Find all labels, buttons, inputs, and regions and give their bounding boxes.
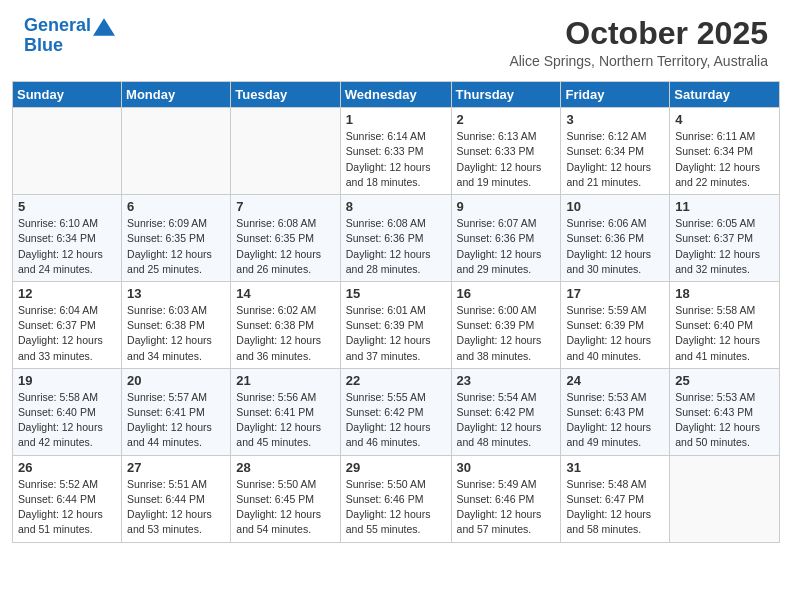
day-number: 12 [18, 286, 116, 301]
day-info: Sunrise: 6:08 AM Sunset: 6:35 PM Dayligh… [236, 216, 334, 277]
day-info: Sunrise: 5:58 AM Sunset: 6:40 PM Dayligh… [675, 303, 774, 364]
col-header-wednesday: Wednesday [340, 82, 451, 108]
calendar-cell: 27Sunrise: 5:51 AM Sunset: 6:44 PM Dayli… [122, 455, 231, 542]
calendar-cell: 22Sunrise: 5:55 AM Sunset: 6:42 PM Dayli… [340, 368, 451, 455]
day-number: 5 [18, 199, 116, 214]
day-info: Sunrise: 6:00 AM Sunset: 6:39 PM Dayligh… [457, 303, 556, 364]
day-number: 2 [457, 112, 556, 127]
calendar-cell: 18Sunrise: 5:58 AM Sunset: 6:40 PM Dayli… [670, 281, 780, 368]
calendar-cell [670, 455, 780, 542]
calendar-week-5: 26Sunrise: 5:52 AM Sunset: 6:44 PM Dayli… [13, 455, 780, 542]
day-info: Sunrise: 6:13 AM Sunset: 6:33 PM Dayligh… [457, 129, 556, 190]
header: General Blue October 2025 Alice Springs,… [0, 0, 792, 73]
svg-marker-0 [93, 18, 115, 36]
day-info: Sunrise: 5:52 AM Sunset: 6:44 PM Dayligh… [18, 477, 116, 538]
subtitle: Alice Springs, Northern Territory, Austr… [509, 53, 768, 69]
col-header-monday: Monday [122, 82, 231, 108]
calendar-cell: 24Sunrise: 5:53 AM Sunset: 6:43 PM Dayli… [561, 368, 670, 455]
calendar: SundayMondayTuesdayWednesdayThursdayFrid… [12, 81, 780, 542]
calendar-week-4: 19Sunrise: 5:58 AM Sunset: 6:40 PM Dayli… [13, 368, 780, 455]
calendar-cell: 8Sunrise: 6:08 AM Sunset: 6:36 PM Daylig… [340, 195, 451, 282]
calendar-cell: 25Sunrise: 5:53 AM Sunset: 6:43 PM Dayli… [670, 368, 780, 455]
day-info: Sunrise: 6:01 AM Sunset: 6:39 PM Dayligh… [346, 303, 446, 364]
logo-general: General [24, 15, 91, 35]
day-info: Sunrise: 6:10 AM Sunset: 6:34 PM Dayligh… [18, 216, 116, 277]
logo-icon [93, 16, 115, 38]
calendar-cell: 10Sunrise: 6:06 AM Sunset: 6:36 PM Dayli… [561, 195, 670, 282]
calendar-cell: 12Sunrise: 6:04 AM Sunset: 6:37 PM Dayli… [13, 281, 122, 368]
day-number: 28 [236, 460, 334, 475]
day-number: 4 [675, 112, 774, 127]
day-info: Sunrise: 6:09 AM Sunset: 6:35 PM Dayligh… [127, 216, 225, 277]
calendar-week-3: 12Sunrise: 6:04 AM Sunset: 6:37 PM Dayli… [13, 281, 780, 368]
calendar-cell: 14Sunrise: 6:02 AM Sunset: 6:38 PM Dayli… [231, 281, 340, 368]
day-info: Sunrise: 5:56 AM Sunset: 6:41 PM Dayligh… [236, 390, 334, 451]
day-number: 24 [566, 373, 664, 388]
calendar-week-1: 1Sunrise: 6:14 AM Sunset: 6:33 PM Daylig… [13, 108, 780, 195]
day-info: Sunrise: 6:14 AM Sunset: 6:33 PM Dayligh… [346, 129, 446, 190]
logo: General Blue [24, 16, 115, 56]
calendar-cell: 16Sunrise: 6:00 AM Sunset: 6:39 PM Dayli… [451, 281, 561, 368]
day-info: Sunrise: 6:11 AM Sunset: 6:34 PM Dayligh… [675, 129, 774, 190]
calendar-header-row: SundayMondayTuesdayWednesdayThursdayFrid… [13, 82, 780, 108]
day-number: 31 [566, 460, 664, 475]
day-info: Sunrise: 6:08 AM Sunset: 6:36 PM Dayligh… [346, 216, 446, 277]
calendar-cell: 17Sunrise: 5:59 AM Sunset: 6:39 PM Dayli… [561, 281, 670, 368]
calendar-cell: 23Sunrise: 5:54 AM Sunset: 6:42 PM Dayli… [451, 368, 561, 455]
day-number: 26 [18, 460, 116, 475]
day-number: 20 [127, 373, 225, 388]
day-info: Sunrise: 6:12 AM Sunset: 6:34 PM Dayligh… [566, 129, 664, 190]
calendar-cell: 20Sunrise: 5:57 AM Sunset: 6:41 PM Dayli… [122, 368, 231, 455]
day-number: 9 [457, 199, 556, 214]
calendar-cell: 31Sunrise: 5:48 AM Sunset: 6:47 PM Dayli… [561, 455, 670, 542]
calendar-cell: 11Sunrise: 6:05 AM Sunset: 6:37 PM Dayli… [670, 195, 780, 282]
day-number: 8 [346, 199, 446, 214]
calendar-cell: 13Sunrise: 6:03 AM Sunset: 6:38 PM Dayli… [122, 281, 231, 368]
day-number: 21 [236, 373, 334, 388]
calendar-cell: 7Sunrise: 6:08 AM Sunset: 6:35 PM Daylig… [231, 195, 340, 282]
col-header-sunday: Sunday [13, 82, 122, 108]
day-number: 7 [236, 199, 334, 214]
day-number: 23 [457, 373, 556, 388]
calendar-cell: 29Sunrise: 5:50 AM Sunset: 6:46 PM Dayli… [340, 455, 451, 542]
calendar-cell: 4Sunrise: 6:11 AM Sunset: 6:34 PM Daylig… [670, 108, 780, 195]
calendar-cell [13, 108, 122, 195]
calendar-cell: 26Sunrise: 5:52 AM Sunset: 6:44 PM Dayli… [13, 455, 122, 542]
day-info: Sunrise: 5:48 AM Sunset: 6:47 PM Dayligh… [566, 477, 664, 538]
day-info: Sunrise: 6:06 AM Sunset: 6:36 PM Dayligh… [566, 216, 664, 277]
calendar-cell: 6Sunrise: 6:09 AM Sunset: 6:35 PM Daylig… [122, 195, 231, 282]
day-number: 25 [675, 373, 774, 388]
day-info: Sunrise: 5:59 AM Sunset: 6:39 PM Dayligh… [566, 303, 664, 364]
calendar-cell: 30Sunrise: 5:49 AM Sunset: 6:46 PM Dayli… [451, 455, 561, 542]
calendar-cell: 1Sunrise: 6:14 AM Sunset: 6:33 PM Daylig… [340, 108, 451, 195]
calendar-cell: 3Sunrise: 6:12 AM Sunset: 6:34 PM Daylig… [561, 108, 670, 195]
day-number: 6 [127, 199, 225, 214]
calendar-cell [231, 108, 340, 195]
day-number: 18 [675, 286, 774, 301]
day-info: Sunrise: 5:57 AM Sunset: 6:41 PM Dayligh… [127, 390, 225, 451]
calendar-cell: 19Sunrise: 5:58 AM Sunset: 6:40 PM Dayli… [13, 368, 122, 455]
day-info: Sunrise: 5:54 AM Sunset: 6:42 PM Dayligh… [457, 390, 556, 451]
day-info: Sunrise: 6:02 AM Sunset: 6:38 PM Dayligh… [236, 303, 334, 364]
calendar-cell: 2Sunrise: 6:13 AM Sunset: 6:33 PM Daylig… [451, 108, 561, 195]
day-info: Sunrise: 5:55 AM Sunset: 6:42 PM Dayligh… [346, 390, 446, 451]
col-header-saturday: Saturday [670, 82, 780, 108]
day-number: 27 [127, 460, 225, 475]
title-block: October 2025 Alice Springs, Northern Ter… [509, 16, 768, 69]
day-info: Sunrise: 5:50 AM Sunset: 6:46 PM Dayligh… [346, 477, 446, 538]
day-number: 22 [346, 373, 446, 388]
day-info: Sunrise: 5:53 AM Sunset: 6:43 PM Dayligh… [675, 390, 774, 451]
calendar-week-2: 5Sunrise: 6:10 AM Sunset: 6:34 PM Daylig… [13, 195, 780, 282]
col-header-tuesday: Tuesday [231, 82, 340, 108]
month-title: October 2025 [509, 16, 768, 51]
day-info: Sunrise: 6:03 AM Sunset: 6:38 PM Dayligh… [127, 303, 225, 364]
day-number: 19 [18, 373, 116, 388]
day-info: Sunrise: 6:05 AM Sunset: 6:37 PM Dayligh… [675, 216, 774, 277]
col-header-thursday: Thursday [451, 82, 561, 108]
day-number: 17 [566, 286, 664, 301]
day-info: Sunrise: 5:51 AM Sunset: 6:44 PM Dayligh… [127, 477, 225, 538]
day-number: 1 [346, 112, 446, 127]
day-info: Sunrise: 5:53 AM Sunset: 6:43 PM Dayligh… [566, 390, 664, 451]
day-number: 29 [346, 460, 446, 475]
day-number: 16 [457, 286, 556, 301]
